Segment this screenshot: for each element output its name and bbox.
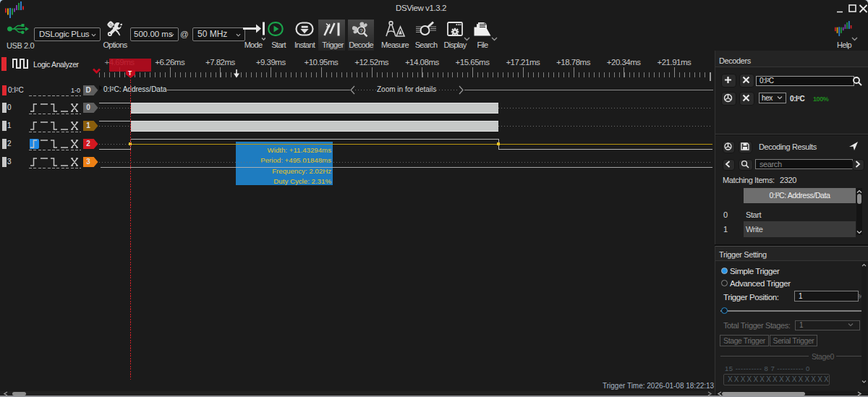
- svg-text:?: ?: [359, 27, 362, 34]
